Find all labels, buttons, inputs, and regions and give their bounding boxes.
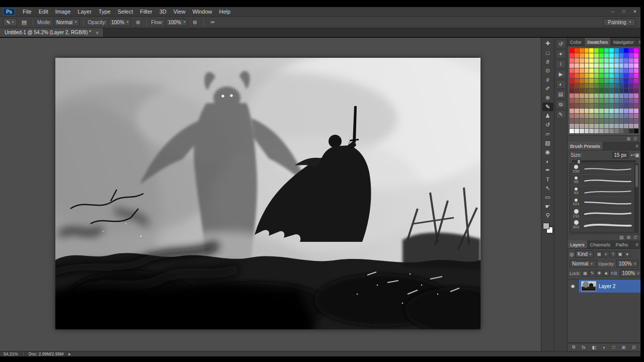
menu-filter[interactable]: Filter bbox=[136, 9, 155, 15]
swatch[interactable] bbox=[629, 48, 633, 53]
brush-size-slider[interactable] bbox=[572, 160, 636, 162]
swatch[interactable] bbox=[599, 63, 604, 68]
swatch[interactable] bbox=[570, 88, 574, 93]
swatch[interactable] bbox=[604, 129, 609, 133]
swatch[interactable] bbox=[580, 94, 584, 98]
swatch[interactable] bbox=[619, 88, 624, 93]
swatch[interactable] bbox=[629, 68, 633, 73]
swatch[interactable] bbox=[594, 58, 599, 63]
swatch[interactable] bbox=[585, 53, 589, 58]
swatch[interactable] bbox=[634, 83, 638, 88]
swatch[interactable] bbox=[614, 73, 619, 78]
move-tool[interactable]: ✚ bbox=[542, 39, 553, 48]
swatch[interactable] bbox=[619, 68, 624, 73]
preset-manager-icon[interactable]: ▤ bbox=[619, 235, 624, 240]
swatch[interactable] bbox=[619, 78, 624, 83]
swatch[interactable] bbox=[594, 119, 599, 123]
new-swatch-icon[interactable]: ⊞ bbox=[627, 136, 631, 141]
menu-select[interactable]: Select bbox=[114, 9, 137, 15]
swatch[interactable] bbox=[609, 53, 614, 58]
swatch[interactable] bbox=[614, 68, 619, 73]
swatch[interactable] bbox=[624, 124, 628, 128]
swatch[interactable] bbox=[629, 119, 633, 123]
swatch[interactable] bbox=[570, 114, 574, 118]
swatch[interactable] bbox=[614, 78, 619, 83]
menu-help[interactable]: Help bbox=[216, 9, 234, 15]
clone-source-panel-icon[interactable]: ⧉ bbox=[556, 100, 566, 109]
shape-tool[interactable]: ▭ bbox=[542, 193, 553, 202]
swatch[interactable] bbox=[575, 88, 579, 93]
swatch[interactable] bbox=[634, 129, 638, 133]
swatch[interactable] bbox=[619, 124, 624, 128]
panel-menu-icon[interactable]: ≡ bbox=[633, 142, 640, 150]
swatch[interactable] bbox=[599, 48, 604, 53]
swatch[interactable] bbox=[580, 53, 584, 58]
swatch[interactable] bbox=[604, 78, 609, 83]
layer-visibility-eye-icon[interactable]: ◉ bbox=[568, 280, 579, 293]
eraser-tool[interactable]: ▱ bbox=[542, 130, 553, 138]
swatch[interactable] bbox=[634, 58, 638, 63]
swatch[interactable] bbox=[609, 63, 614, 68]
swatch[interactable] bbox=[570, 63, 574, 68]
swatch[interactable] bbox=[619, 119, 624, 123]
swatch[interactable] bbox=[629, 114, 633, 118]
swatch[interactable] bbox=[570, 124, 574, 128]
close-tab-icon[interactable]: × bbox=[96, 30, 99, 36]
swatch[interactable] bbox=[589, 104, 594, 108]
swatch[interactable] bbox=[604, 94, 609, 98]
brush-panel-toggle-icon[interactable]: ▤ bbox=[20, 18, 29, 26]
layer-row[interactable]: ◉Layer 2 bbox=[568, 280, 640, 293]
swatch[interactable] bbox=[619, 58, 624, 63]
styles-panel-icon[interactable]: ✦ bbox=[556, 50, 566, 58]
swatch[interactable] bbox=[599, 119, 604, 123]
workspace-switcher[interactable]: Painting ▾ bbox=[603, 19, 635, 26]
adjustments-panel-icon[interactable]: ◐ bbox=[556, 80, 566, 88]
swatch[interactable] bbox=[570, 73, 574, 78]
swatch[interactable] bbox=[575, 73, 579, 78]
swatch[interactable] bbox=[594, 114, 599, 118]
swatch[interactable] bbox=[604, 53, 609, 58]
layer-mask-icon[interactable]: ◧ bbox=[592, 345, 597, 350]
swatch[interactable] bbox=[589, 109, 594, 113]
swatch[interactable] bbox=[604, 109, 609, 113]
swatch[interactable] bbox=[629, 73, 633, 78]
swatch[interactable] bbox=[609, 68, 614, 73]
fill-dropdown[interactable]: 100% ▾ bbox=[620, 269, 642, 277]
swatch[interactable] bbox=[575, 119, 579, 123]
swatch[interactable] bbox=[570, 68, 574, 73]
swatch[interactable] bbox=[614, 94, 619, 98]
swatch[interactable] bbox=[575, 129, 579, 133]
swatch[interactable] bbox=[619, 129, 624, 133]
swatch[interactable] bbox=[614, 114, 619, 118]
swatch[interactable] bbox=[609, 99, 614, 103]
swatch[interactable] bbox=[580, 83, 584, 88]
swatch[interactable] bbox=[575, 78, 579, 83]
swatch[interactable] bbox=[585, 73, 589, 78]
swatch[interactable] bbox=[585, 109, 589, 113]
brush-preset-row[interactable]: 45 bbox=[570, 230, 638, 233]
swatch[interactable] bbox=[604, 104, 609, 108]
swatch[interactable] bbox=[619, 73, 624, 78]
swatch[interactable] bbox=[594, 109, 599, 113]
layer-group-icon[interactable]: □ bbox=[612, 345, 615, 350]
swatch[interactable] bbox=[585, 99, 589, 103]
swatch[interactable] bbox=[634, 48, 638, 53]
swatch[interactable] bbox=[604, 99, 609, 103]
menu-edit[interactable]: Edit bbox=[35, 9, 52, 15]
swatch[interactable] bbox=[599, 53, 604, 58]
tab-layers[interactable]: Layers bbox=[568, 240, 588, 248]
minimize-button[interactable]: – bbox=[607, 9, 618, 14]
swatch[interactable] bbox=[594, 83, 599, 88]
swatch[interactable] bbox=[619, 63, 624, 68]
swatch[interactable] bbox=[634, 94, 638, 98]
swatch[interactable] bbox=[570, 83, 574, 88]
swatch[interactable] bbox=[594, 53, 599, 58]
swatch[interactable] bbox=[580, 58, 584, 63]
swatch[interactable] bbox=[599, 73, 604, 78]
swatch[interactable] bbox=[614, 58, 619, 63]
swatch[interactable] bbox=[580, 114, 584, 118]
new-brush-icon[interactable]: ⊞ bbox=[627, 235, 631, 240]
swatch[interactable] bbox=[629, 88, 633, 93]
swatch[interactable] bbox=[624, 73, 628, 78]
swatch[interactable] bbox=[594, 124, 599, 128]
